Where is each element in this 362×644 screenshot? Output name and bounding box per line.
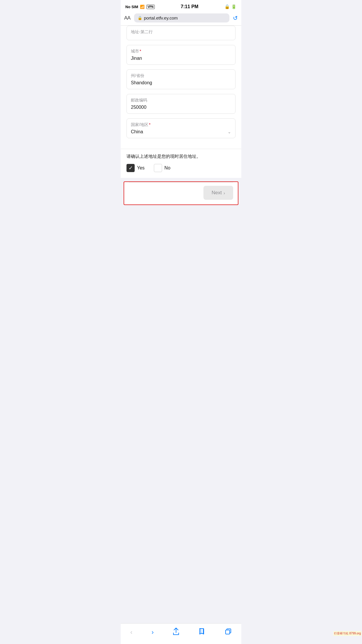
no-checkbox-item[interactable]: No [154,164,170,172]
status-right: 🔒 🔋 [224,4,237,9]
battery-icon: 🔋 [231,4,237,9]
screen-lock-icon: 🔒 [224,4,230,9]
status-left: No SIM 📶 VPN [125,5,155,9]
no-label: No [164,165,170,171]
yes-checkbox[interactable]: ✓ [126,164,135,172]
city-value[interactable]: Jinan [131,56,231,61]
yes-label: Yes [137,165,145,171]
city-required-star: * [140,49,141,53]
address-line2-label: 地址-第二行 [131,29,231,35]
chevron-right-icon: › [224,190,225,195]
carrier-label: No SIM [125,5,138,9]
next-button-wrapper: Next › [124,182,238,204]
confirmation-text: 请确认上述地址是您的现时居住地址。 [126,154,236,159]
font-size-control[interactable]: AA [124,15,131,21]
address-bar[interactable]: 🔒 portal.etfv.ey.com [134,13,229,22]
url-bar: AA 🔒 portal.etfv.ey.com ↺ [121,12,241,26]
country-label: 国家/地区* [131,122,231,127]
country-required-star: * [149,122,150,127]
yes-checkbox-item[interactable]: ✓ Yes [126,164,145,172]
postal-code-label: 邮政编码 [131,98,231,103]
form-section: 地址-第二行 城市* Jinan 州/省份 Shandong 邮政编码 2500… [121,26,241,149]
url-text: portal.etfv.ey.com [144,15,178,20]
no-checkbox[interactable] [154,164,162,172]
chevron-down-icon: ⌄ [228,130,231,134]
status-bar: No SIM 📶 VPN 7:11 PM 🔒 🔋 [121,0,241,12]
page-content: 地址-第二行 城市* Jinan 州/省份 Shandong 邮政编码 2500… [121,26,241,232]
postal-code-field: 邮政编码 250000 [126,94,236,114]
wifi-icon: 📶 [140,5,145,9]
address-line2-field: 地址-第二行 [126,26,236,40]
state-field: 州/省份 Shandong [126,69,236,89]
refresh-button[interactable]: ↺ [233,15,238,22]
bottom-nav-area: Next › [121,181,241,205]
checkbox-row: ✓ Yes No [126,164,236,172]
postal-code-value[interactable]: 250000 [131,105,231,110]
state-label: 州/省份 [131,73,231,78]
security-lock-icon: 🔒 [138,16,142,20]
next-button[interactable]: Next › [203,186,233,200]
confirmation-section: 请确认上述地址是您的现时居住地址。 ✓ Yes No [121,149,241,178]
next-label: Next [212,190,222,196]
next-button-section: Next › [124,181,238,205]
city-label: 城市* [131,49,231,54]
country-field: 国家/地区* China ⌄ [126,118,236,138]
country-value: China [131,129,228,134]
vpn-badge: VPN [146,5,155,9]
time-display: 7:11 PM [181,4,198,9]
city-field: 城市* Jinan [126,45,236,65]
state-value[interactable]: Shandong [131,80,231,85]
country-select[interactable]: China ⌄ [131,129,231,134]
